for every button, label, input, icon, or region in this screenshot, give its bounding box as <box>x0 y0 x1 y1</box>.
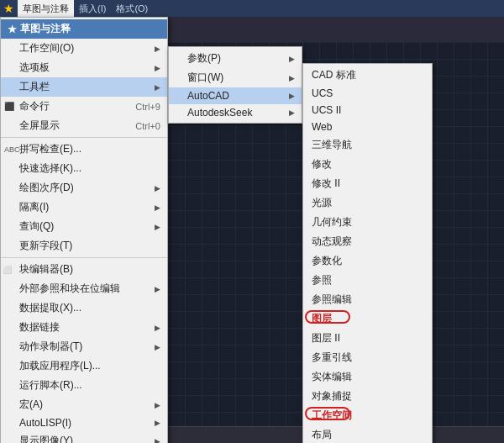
menu3-ref[interactable]: 参照 <box>303 271 432 290</box>
menu3-param[interactable]: 参数化 <box>303 251 432 271</box>
star-icon: ★ <box>3 2 14 15</box>
star-menu-icon: ★ <box>8 24 17 35</box>
menu-autolisp[interactable]: AutoLISP(I) <box>1 414 167 431</box>
menu-blockeditor-label: 块编辑器(B) <box>19 262 73 277</box>
menu-spellcheck[interactable]: ABC 拼写检查(E)... <box>1 140 167 159</box>
menu3-cadstandard[interactable]: CAD 标准 <box>303 66 432 85</box>
menu-displayimage[interactable]: 显示图像(Y) <box>1 431 167 443</box>
menu3-web[interactable]: Web <box>303 119 432 135</box>
menu-query[interactable]: 查询(Q) <box>1 217 167 236</box>
menu-loadapp[interactable]: 加载应用程序(L)... <box>1 356 167 376</box>
menu3-modify-label: 修改 <box>312 157 332 171</box>
menu-actionrecorder[interactable]: 动作录制器(T) <box>1 337 167 356</box>
menu3-layer[interactable]: 图层 <box>303 309 432 329</box>
menu3-refedit[interactable]: 参照编辑 <box>303 290 432 309</box>
menu3-ucs[interactable]: UCS <box>303 85 432 102</box>
menu-draworder[interactable]: 绘图次序(D) <box>1 178 167 198</box>
menu-isolate[interactable]: 隔离(I) <box>1 198 167 217</box>
menu-dataextract[interactable]: 数据提取(X)... <box>1 298 167 318</box>
menu3-layer2[interactable]: 图层 II <box>303 329 432 348</box>
separator-2 <box>1 257 167 258</box>
menu3-refedit-label: 参照编辑 <box>312 293 352 307</box>
menu-title: 草图与注释 <box>20 22 71 36</box>
menu3-osnap[interactable]: 对象捕捉 <box>303 387 432 406</box>
menu-draworder-label: 绘图次序(D) <box>19 181 74 195</box>
menu3-layout[interactable]: 布局 <box>303 425 432 443</box>
menu-quickselect-label: 快速选择(K)... <box>19 161 81 176</box>
menu-xref-label: 外部参照和块在位编辑 <box>19 282 120 296</box>
menu-quickselect[interactable]: 快速选择(K)... <box>1 159 167 178</box>
menu-datalink-label: 数据链接 <box>19 320 60 335</box>
menu-toolbar-label: 工具栏 <box>19 80 50 94</box>
menu3-web-label: Web <box>312 121 332 133</box>
menu-fullscreen-label: 全屏显示 <box>19 119 60 133</box>
menu-xref[interactable]: 外部参照和块在位编辑 <box>1 279 167 298</box>
menu3-cadstandard-label: CAD 标准 <box>312 68 356 82</box>
menu3-modify2-label: 修改 II <box>312 177 340 191</box>
menu3-orbit[interactable]: 动态观察 <box>303 232 432 251</box>
app-bar: ★ 草图与注释 插入(I) 格式(O) <box>0 0 504 17</box>
menu2-autocad[interactable]: AutoCAD <box>169 87 302 104</box>
menu2-autocad-label: AutoCAD <box>187 90 229 102</box>
menu3-mleader[interactable]: 多重引线 <box>303 348 432 367</box>
separator-1 <box>1 137 167 138</box>
menu-level1: ★ 草图与注释 工作空间(O) 选项板 工具栏 ⬛ 命令行 Ctrl+9 全屏显… <box>0 17 168 443</box>
menu-toolbar[interactable]: 工具栏 <box>1 77 167 97</box>
menu-runscript-label: 运行脚本(R)... <box>19 378 82 393</box>
menu-query-label: 查询(Q) <box>19 219 54 234</box>
menu3-ucs2[interactable]: UCS II <box>303 102 432 119</box>
menu2-window[interactable]: 窗口(W) <box>169 68 302 87</box>
menu-actionrecorder-label: 动作录制器(T) <box>19 340 82 354</box>
menu3-geoconstraint[interactable]: 几何约束 <box>303 213 432 232</box>
cmd-icon: ⬛ <box>4 102 14 111</box>
blk-icon: ⬜ <box>3 266 12 274</box>
menu3-geoconstraint-label: 几何约束 <box>312 215 352 229</box>
menu3-layer2-label: 图层 II <box>312 331 340 345</box>
menu3-layout-label: 布局 <box>312 428 332 442</box>
menu-macro[interactable]: 宏(A) <box>1 395 167 414</box>
menu3-param-label: 参数化 <box>312 254 342 268</box>
menu-caotu[interactable]: 草图与注释 <box>18 0 74 17</box>
app-bar-menus: 草图与注释 插入(I) 格式(O) <box>18 0 153 17</box>
menu3-modify[interactable]: 修改 <box>303 155 432 174</box>
menu-header: ★ 草图与注释 <box>1 19 167 39</box>
menu3-light-label: 光源 <box>312 196 332 210</box>
menu3-ref-label: 参照 <box>312 273 332 287</box>
menu-autolisp-label: AutoLISP(I) <box>19 417 71 429</box>
menu2-autodesk-label: AutodeskSeek <box>187 107 252 119</box>
menu3-workspace-label: 工作空间 <box>312 409 352 423</box>
menu-runscript[interactable]: 运行脚本(R)... <box>1 376 167 395</box>
menu-dataextract-label: 数据提取(X)... <box>19 301 81 315</box>
menu-blockeditor[interactable]: ⬜ 块编辑器(B) <box>1 260 167 279</box>
menu2-window-label: 窗口(W) <box>187 71 223 85</box>
menu3-modify2[interactable]: 修改 II <box>303 174 432 193</box>
menu2-param-label: 参数(P) <box>187 51 221 66</box>
menu-datalink[interactable]: 数据链接 <box>1 318 167 337</box>
menu3-solidedit[interactable]: 实体编辑 <box>303 367 432 387</box>
menu3-ucs2-label: UCS II <box>312 104 341 116</box>
menu-loadapp-label: 加载应用程序(L)... <box>19 359 101 373</box>
menu-palette-label: 选项板 <box>19 61 50 75</box>
menu3-solidedit-label: 实体编辑 <box>312 370 352 384</box>
menu-isolate-label: 隔离(I) <box>19 200 49 214</box>
menu3-light[interactable]: 光源 <box>303 193 432 213</box>
menu-updatefield[interactable]: 更新字段(T) <box>1 236 167 256</box>
menu3-3dnav-label: 三维导航 <box>312 138 352 152</box>
menu3-workspace[interactable]: 工作空间 <box>303 406 432 425</box>
menu-workspace-label: 工作空间(O) <box>19 41 74 55</box>
menu3-layer-label: 图层 <box>312 312 332 326</box>
menu2-param[interactable]: 参数(P) <box>169 49 302 68</box>
menu-fullscreen[interactable]: 全屏显示 Ctrl+0 <box>1 116 167 135</box>
menu2-autodesk[interactable]: AutodeskSeek <box>169 104 302 121</box>
menu-level2: 参数(P) 窗口(W) AutoCAD AutodeskSeek <box>168 46 302 124</box>
menu-palette[interactable]: 选项板 <box>1 58 167 77</box>
menu-geshi[interactable]: 格式(O) <box>111 0 153 17</box>
menu-commandline[interactable]: ⬛ 命令行 Ctrl+9 <box>1 97 167 116</box>
abc-icon: ABC <box>4 145 20 154</box>
menu-charu[interactable]: 插入(I) <box>74 0 111 17</box>
menu-macro-label: 宏(A) <box>19 398 43 412</box>
menu-workspace[interactable]: 工作空间(O) <box>1 39 167 58</box>
menu-updatefield-label: 更新字段(T) <box>19 239 72 253</box>
menu-level3: CAD 标准 UCS UCS II Web 三维导航 修改 修改 II 光源 几… <box>302 63 433 443</box>
menu3-3dnav[interactable]: 三维导航 <box>303 135 432 155</box>
